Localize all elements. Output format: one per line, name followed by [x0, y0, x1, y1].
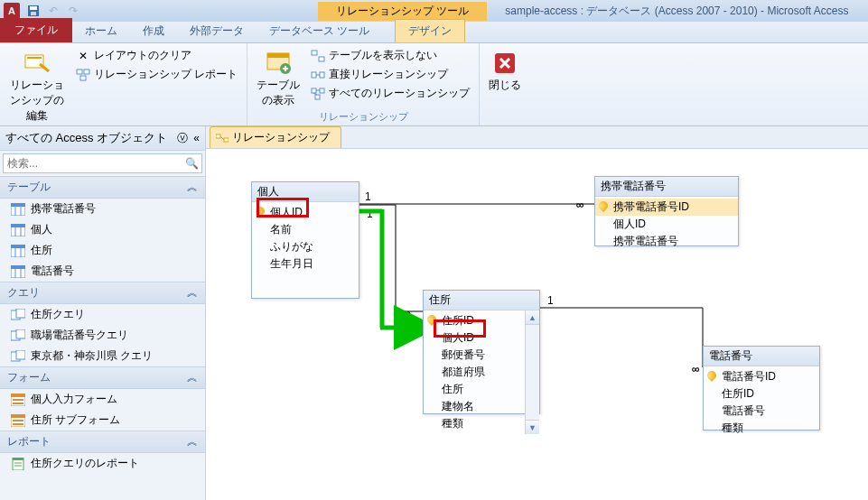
svg-rect-50 [13, 420, 23, 421]
show-table-icon [264, 49, 293, 78]
svg-line-58 [220, 136, 224, 140]
field[interactable]: 名前 [252, 221, 359, 238]
relationship-report-button[interactable]: リレーションシップ レポート [72, 66, 241, 83]
nav-item-query[interactable]: 職場電話番号クエリ [0, 325, 205, 346]
svg-text:∞: ∞ [403, 307, 411, 319]
nav-section-tables[interactable]: テーブル︽ [0, 176, 205, 199]
document-tab[interactable]: リレーションシップ [210, 126, 341, 148]
tab-home[interactable]: ホーム [72, 20, 130, 42]
ribbon-tabs: ファイル ホーム 作成 外部データ データベース ツール デザイン [0, 22, 868, 43]
table-box-title: 携帯電話番号 [595, 177, 738, 197]
field[interactable]: 携帯電話番号ID [595, 199, 738, 216]
nav-header[interactable]: すべての Access オブジェクト ⓥ « [0, 126, 205, 151]
nav-item-form[interactable]: 住所 サブフォーム [0, 410, 205, 431]
all-relationships-label: すべてのリレーションシップ [329, 86, 470, 101]
field[interactable]: 都道府県 [424, 364, 525, 381]
show-table-button[interactable]: テーブルの表示 [253, 47, 303, 110]
table-box-title: 電話番号 [704, 347, 819, 366]
field[interactable]: 種類 [424, 415, 525, 432]
svg-rect-6 [84, 69, 89, 74]
hide-table-button[interactable]: テーブルを表示しない [307, 47, 473, 64]
svg-rect-1 [30, 6, 37, 10]
field[interactable]: 携帯電話番号 [595, 233, 738, 250]
show-table-label: テーブルの表示 [255, 78, 302, 108]
nav-item-report[interactable]: 住所クエリのレポート [0, 453, 205, 474]
field[interactable]: 電話番号 [704, 403, 819, 420]
table-box-keitai[interactable]: 携帯電話番号 携帯電話番号ID 個人ID 携帯電話番号 [594, 176, 739, 246]
scrollbar[interactable]: ▲▼ [525, 310, 539, 434]
search-icon[interactable]: 🔍 [182, 154, 201, 172]
table-box-kojin[interactable]: 個人 個人ID 名前 ふりがな 生年月日 [251, 181, 359, 299]
ribbon-group-relationships: テーブルの表示 テーブルを表示しない 直接リレーションシップ すべてのリレーショ… [247, 43, 480, 125]
nav-section-forms[interactable]: フォーム︽ [0, 366, 205, 389]
tab-external[interactable]: 外部データ [177, 20, 257, 42]
ribbon-group-tools: リレーションシップの編集 ✕ レイアウトのクリア リレーションシップ レポート … [0, 43, 247, 125]
svg-text:1: 1 [367, 208, 373, 220]
document-tab-label: リレーションシップ [232, 130, 330, 145]
field[interactable]: 建物名 [424, 398, 525, 415]
nav-search: 🔍 [3, 153, 202, 173]
field[interactable]: 個人ID [595, 216, 738, 233]
svg-rect-9 [267, 53, 289, 58]
collapse-icon: ︽ [187, 285, 198, 301]
field-kojin-id[interactable]: 個人ID [252, 204, 359, 221]
navigation-pane: すべての Access オブジェクト ⓥ « 🔍 テーブル︽ 携帯電話番号 個人… [0, 126, 206, 500]
svg-rect-5 [77, 69, 82, 74]
svg-rect-4 [27, 57, 42, 59]
scroll-down-icon[interactable]: ▼ [526, 420, 539, 434]
field[interactable]: 住所 [424, 381, 525, 398]
qat-redo-icon[interactable]: ↷ [64, 2, 82, 20]
table-box-jusho[interactable]: 住所 住所ID 個人ID 郵便番号 都道府県 住所 建物名 種類 ▲▼ [423, 290, 540, 414]
svg-rect-49 [11, 414, 25, 418]
nav-item-form[interactable]: 個人入力フォーム [0, 389, 205, 410]
clear-layout-button[interactable]: ✕ レイアウトのクリア [72, 47, 241, 64]
nav-section-queries[interactable]: クエリ︽ [0, 282, 205, 304]
clear-layout-label: レイアウトのクリア [94, 48, 191, 63]
nav-item-table[interactable]: 電話番号 [0, 261, 205, 282]
edit-relationships-button[interactable]: リレーションシップの編集 [5, 47, 69, 125]
svg-rect-16 [312, 88, 316, 93]
svg-rect-56 [216, 134, 220, 138]
field[interactable]: 生年月日 [252, 255, 359, 273]
field[interactable]: 住所ID [704, 385, 819, 403]
direct-relationships-button[interactable]: 直接リレーションシップ [307, 66, 473, 83]
all-relationships-button[interactable]: すべてのリレーションシップ [307, 85, 473, 102]
svg-rect-39 [16, 309, 25, 318]
table-box-denwa[interactable]: 電話番号 電話番号ID 住所ID 電話番号 種類 [703, 346, 820, 431]
field[interactable]: 種類 [704, 420, 819, 437]
nav-item-table[interactable]: 携帯電話番号 [0, 199, 205, 219]
field[interactable]: 電話番号ID [704, 368, 819, 385]
tab-dbtools[interactable]: データベース ツール [257, 20, 382, 42]
edit-relationships-icon [23, 49, 51, 78]
tab-create[interactable]: 作成 [130, 20, 177, 42]
svg-rect-47 [13, 403, 23, 404]
qat-undo-icon[interactable]: ↶ [44, 2, 62, 20]
field[interactable]: 郵便番号 [424, 347, 525, 364]
svg-text:∞: ∞ [576, 199, 584, 211]
close-button[interactable]: 閉じる [485, 47, 525, 95]
field[interactable]: ふりがな [252, 238, 359, 255]
direct-relationships-icon [311, 68, 325, 82]
scroll-up-icon[interactable]: ▲ [526, 310, 539, 325]
app-icon: A [4, 3, 20, 19]
tab-file[interactable]: ファイル [0, 18, 72, 42]
field-jusho-kojinid[interactable]: 個人ID [424, 329, 525, 347]
qat-save-icon[interactable] [24, 2, 42, 20]
collapse-icon: ︽ [187, 180, 198, 195]
field[interactable]: 住所ID [424, 312, 525, 329]
relationships-canvas[interactable]: 1 ∞ 1 ∞ 1 ∞ 個人 [206, 148, 868, 500]
close-icon [490, 49, 519, 78]
svg-rect-27 [11, 224, 25, 227]
tab-design[interactable]: デザイン [395, 19, 465, 42]
nav-item-query[interactable]: 東京都・神奈川県 クエリ [0, 346, 205, 366]
nav-section-reports[interactable]: レポート︽ [0, 431, 205, 453]
nav-item-table[interactable]: 住所 [0, 240, 205, 261]
svg-rect-13 [312, 72, 316, 78]
edit-relationships-label: リレーションシップの編集 [7, 78, 67, 124]
search-input[interactable] [4, 154, 182, 172]
svg-rect-53 [13, 458, 23, 460]
nav-item-table[interactable]: 個人 [0, 219, 205, 240]
nav-item-query[interactable]: 住所クエリ [0, 304, 205, 325]
svg-rect-14 [320, 72, 324, 78]
nav-dropdown-icon[interactable]: ⓥ « [177, 131, 200, 146]
